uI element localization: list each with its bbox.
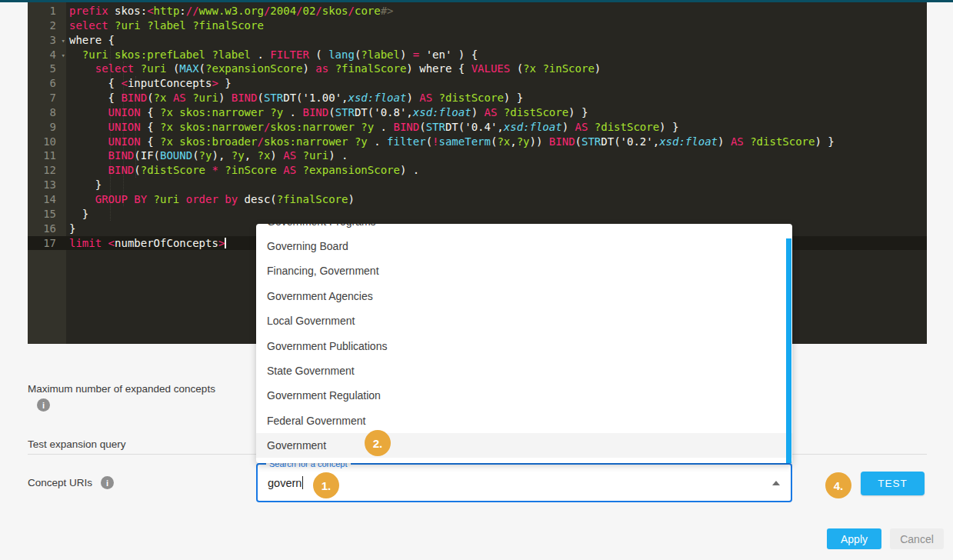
code-line[interactable]: 1prefix skos:<http://www.w3.org/2004/02/…	[28, 4, 927, 18]
line-number: 16	[28, 222, 66, 236]
line-number: 7	[28, 91, 66, 105]
dropdown-option[interactable]: Federal Government	[256, 408, 792, 433]
apply-button[interactable]: Apply	[827, 528, 881, 549]
line-number: 3▾	[28, 33, 66, 48]
info-icon-glyph: i	[42, 401, 45, 410]
code-line[interactable]: 2select ?uri ?label ?finalScore	[28, 18, 927, 33]
dropdown-option[interactable]: Government Programs	[256, 224, 792, 234]
concept-dropdown-list: Government ProgramsGoverning BoardFinanc…	[256, 224, 792, 458]
dropdown-option[interactable]: Governing Board	[256, 234, 792, 258]
code-lines: 1prefix skos:<http://www.w3.org/2004/02/…	[28, 4, 927, 250]
dropdown-scrollbar[interactable]	[786, 238, 791, 463]
dropdown-option[interactable]: Government Publications	[256, 333, 792, 358]
cancel-button[interactable]: Cancel	[890, 528, 944, 549]
line-number: 6	[28, 76, 66, 91]
dropdown-option[interactable]: State Government	[256, 358, 792, 383]
collapse-arrow-icon[interactable]	[772, 481, 780, 485]
code-line[interactable]: 3▾where {	[28, 33, 927, 48]
code-line[interactable]: 9 UNION { ?x skos:narrower/skos:narrower…	[28, 120, 927, 135]
dropdown-option[interactable]: Government	[256, 433, 792, 458]
code-line[interactable]: 14 GROUP BY ?uri order by desc(?finalSco…	[28, 192, 927, 207]
info-icon-glyph: i	[106, 478, 108, 488]
line-number: 13	[28, 178, 66, 192]
line-number: 5	[28, 62, 66, 76]
editor-caret	[225, 238, 226, 248]
test-button[interactable]: TEST	[861, 472, 925, 495]
code-line[interactable]: 12 BIND(?distScore * ?inScore AS ?expans…	[28, 163, 927, 178]
concept-search-value: govern	[268, 477, 302, 489]
code-line[interactable]: 7 { BIND(?x AS ?uri) BIND(STRDT('1.00',x…	[28, 91, 927, 105]
line-number: 9	[28, 120, 66, 135]
code-line[interactable]: 10 UNION { ?x skos:broader/skos:narrower…	[28, 135, 927, 149]
code-line[interactable]: 5 select ?uri (MAX(?expansionScore) as ?…	[28, 62, 927, 76]
text-caret	[302, 476, 303, 489]
max-concepts-label: Maximum number of expanded concepts	[28, 383, 215, 395]
step-badge-1: 1.	[313, 472, 339, 498]
line-number: 1	[28, 4, 66, 18]
dropdown-option[interactable]: Local Government	[256, 308, 792, 333]
info-icon[interactable]: i	[101, 476, 114, 489]
dropdown-option[interactable]: Government Agencies	[256, 284, 792, 308]
code-line[interactable]: 13 }	[28, 178, 927, 192]
concept-uris-label: Concept URIs	[28, 477, 92, 488]
line-number: 14	[28, 192, 66, 207]
concept-dropdown: Government ProgramsGoverning BoardFinanc…	[256, 224, 792, 463]
line-number: 2	[28, 18, 66, 33]
code-line[interactable]: 6 { <inputConcepts> }	[28, 76, 927, 91]
line-number: 15	[28, 207, 66, 222]
step-badge-2: 2.	[365, 430, 391, 456]
info-icon[interactable]: i	[37, 398, 50, 412]
line-number: 11	[28, 148, 66, 163]
dropdown-option[interactable]: Financing, Government	[256, 258, 792, 283]
line-number: 10	[28, 135, 66, 149]
concept-search-input[interactable]: govern	[268, 465, 303, 501]
dropdown-option[interactable]: Government Regulation	[256, 383, 792, 408]
fold-arrow-icon[interactable]: ▾	[62, 48, 65, 63]
code-line[interactable]: 15 }	[28, 207, 927, 222]
fold-arrow-icon[interactable]: ▾	[62, 34, 65, 48]
line-number: 8	[28, 105, 66, 120]
line-number: 17	[28, 236, 66, 251]
code-line[interactable]: 4▾ ?uri skos:prefLabel ?label . FILTER (…	[28, 48, 927, 62]
line-number: 12	[28, 163, 66, 178]
test-expansion-query-label: Test expansion query	[28, 438, 126, 450]
line-number: 4▾	[28, 48, 66, 62]
code-line[interactable]: 8 UNION { ?x skos:narrower ?y . BIND(STR…	[28, 105, 927, 120]
code-line[interactable]: 11 BIND(IF(BOUND(?y), ?y, ?x) AS ?uri) .	[28, 148, 927, 163]
step-badge-4: 4.	[825, 472, 851, 498]
